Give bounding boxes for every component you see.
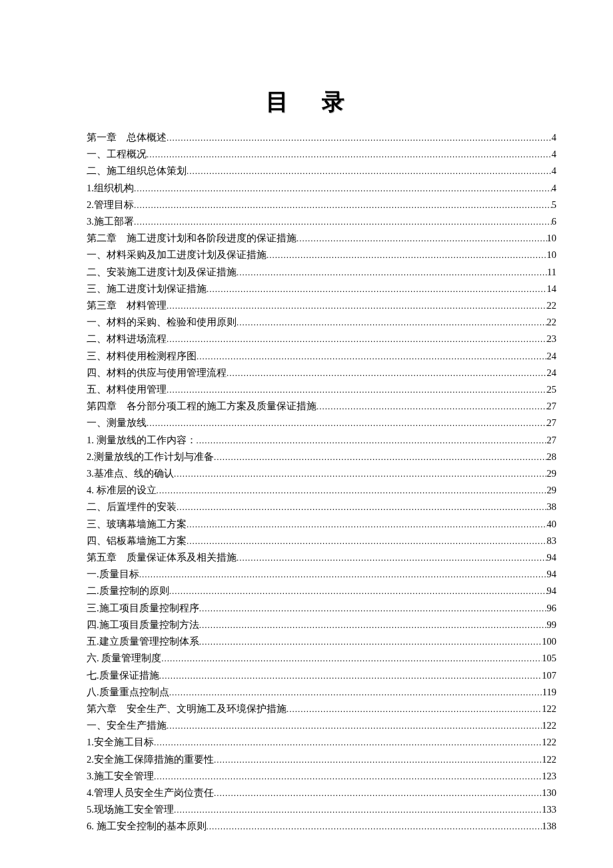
toc-entry-page: 10 bbox=[547, 247, 557, 263]
toc-entry-label: 2.安全施工保障措施的重要性 bbox=[87, 751, 214, 767]
toc-leader-dots: ........................................… bbox=[169, 685, 542, 701]
toc-leader-dots: ........................................… bbox=[157, 483, 547, 499]
toc-entry-page: 24 bbox=[547, 365, 557, 381]
toc-leader-dots: ........................................… bbox=[169, 583, 547, 599]
toc-leader-dots: ........................................… bbox=[197, 433, 547, 449]
toc-entry-label: 六. 质量管理制度 bbox=[87, 650, 161, 666]
toc-entry-label: 1.安全施工目标 bbox=[87, 734, 154, 750]
toc-entry-label: 5.现场施工安全管理 bbox=[87, 801, 174, 817]
toc-entry: 二、后置埋件的安装...............................… bbox=[87, 499, 556, 515]
toc-entry: 3.施工部署..................................… bbox=[87, 213, 556, 230]
toc-entry-label: 2.测量放线的工作计划与准备 bbox=[87, 449, 214, 465]
toc-entry-label: 1. 测量放线的工作内容： bbox=[87, 432, 197, 448]
toc-entry-label: 3.施工部署 bbox=[87, 213, 134, 229]
toc-leader-dots: ........................................… bbox=[177, 499, 547, 515]
toc-leader-dots: ........................................… bbox=[167, 718, 542, 734]
toc-leader-dots: ........................................… bbox=[167, 130, 552, 146]
toc-entry-page: 105 bbox=[542, 650, 556, 666]
toc-entry: 一、测量放线..................................… bbox=[87, 415, 556, 431]
toc-leader-dots: ........................................… bbox=[174, 466, 547, 482]
toc-entry: 2.测量放线的工作计划与准备..........................… bbox=[87, 449, 556, 465]
toc-entry: 1. 测量放线的工作内容：...........................… bbox=[87, 432, 556, 449]
toc-entry-page: 11 bbox=[547, 264, 556, 280]
toc-leader-dots: ........................................… bbox=[139, 567, 547, 583]
toc-leader-dots: ........................................… bbox=[267, 247, 547, 263]
toc-leader-dots: ........................................… bbox=[199, 601, 547, 617]
toc-leader-dots: ........................................… bbox=[237, 265, 547, 281]
toc-entry-label: 第四章 各分部分项工程的施工方案及质量保证措施 bbox=[87, 398, 316, 414]
document-title: 目录 bbox=[87, 87, 556, 117]
toc-entry-page: 94 bbox=[547, 583, 557, 599]
toc-entry: 五.建立质量管理控制体系............................… bbox=[87, 633, 556, 650]
toc-entry: 六. 质量管理制度...............................… bbox=[87, 650, 556, 667]
toc-entry-page: 24 bbox=[547, 348, 557, 364]
toc-entry-page: 119 bbox=[542, 684, 556, 700]
toc-leader-dots: ........................................… bbox=[187, 163, 552, 179]
toc-entry: 第三章 材料管理................................… bbox=[87, 297, 556, 314]
toc-entry: 一.质量目标..................................… bbox=[87, 566, 556, 583]
toc-entry-page: 38 bbox=[547, 499, 557, 515]
toc-leader-dots: ........................................… bbox=[214, 752, 542, 768]
toc-entry-label: 二、后置埋件的安装 bbox=[87, 499, 177, 515]
toc-entry: 四.施工项目质量控制方法............................… bbox=[87, 617, 556, 633]
toc-entry-label: 2.管理目标 bbox=[87, 197, 134, 213]
toc-entry-page: 4 bbox=[552, 129, 556, 145]
toc-entry: 三、施工进度计划保证措施............................… bbox=[87, 281, 556, 297]
toc-leader-dots: ........................................… bbox=[167, 382, 547, 398]
toc-leader-dots: ........................................… bbox=[199, 634, 542, 650]
toc-entry-page: 28 bbox=[547, 449, 557, 465]
toc-entry-page: 133 bbox=[542, 801, 556, 817]
toc-leader-dots: ........................................… bbox=[227, 365, 547, 381]
toc-entry: 1.组织机构..................................… bbox=[87, 180, 556, 197]
toc-entry-page: 122 bbox=[542, 734, 556, 750]
toc-entry: 二、安装施工进度计划及保证措施.........................… bbox=[87, 264, 556, 281]
toc-entry: 5.现场施工安全管理..............................… bbox=[87, 801, 556, 818]
toc-entry-page: 5 bbox=[552, 197, 556, 213]
toc-entry-label: 四、材料的供应与使用管理流程 bbox=[87, 365, 227, 381]
toc-entry: 3.基准点、线的确认..............................… bbox=[87, 465, 556, 482]
table-of-contents: 第一章 总体概述................................… bbox=[87, 129, 556, 835]
toc-entry: 第二章 施工进度计划和各阶段进度的保证措施...................… bbox=[87, 230, 556, 247]
toc-entry-label: 一、材料采购及加工进度计划及保证措施 bbox=[87, 247, 267, 263]
toc-entry: 七.质量保证措施................................… bbox=[87, 667, 556, 684]
toc-entry: 1.安全施工目标................................… bbox=[87, 734, 556, 751]
toc-leader-dots: ........................................… bbox=[214, 449, 547, 465]
toc-leader-dots: ........................................… bbox=[297, 231, 547, 247]
toc-leader-dots: ........................................… bbox=[147, 415, 547, 431]
toc-entry-label: 四.施工项目质量控制方法 bbox=[87, 617, 199, 633]
toc-entry: 二、材料进场流程................................… bbox=[87, 331, 556, 347]
toc-leader-dots: ........................................… bbox=[207, 281, 547, 297]
toc-entry-label: 八.质量重点控制点 bbox=[87, 684, 169, 700]
toc-entry-page: 14 bbox=[547, 281, 557, 297]
toc-entry-page: 27 bbox=[547, 432, 557, 448]
toc-leader-dots: ........................................… bbox=[154, 769, 542, 785]
toc-entry-page: 10 bbox=[547, 230, 557, 246]
toc-entry: 4. 标准层的设立...............................… bbox=[87, 482, 556, 499]
toc-entry-label: 四、铝板幕墙施工方案 bbox=[87, 533, 187, 549]
toc-entry: 第五章 质量保证体系及相关措施.........................… bbox=[87, 549, 556, 566]
toc-leader-dots: ........................................… bbox=[147, 147, 552, 163]
toc-entry-label: 3.施工安全管理 bbox=[87, 768, 154, 784]
toc-entry-label: 4.管理人员安全生产岗位责任 bbox=[87, 785, 214, 801]
toc-entry-page: 27 bbox=[547, 398, 557, 414]
toc-entry-page: 83 bbox=[547, 533, 557, 549]
toc-entry-label: 3.基准点、线的确认 bbox=[87, 465, 174, 481]
toc-entry-page: 22 bbox=[547, 297, 557, 313]
toc-leader-dots: ........................................… bbox=[199, 617, 547, 633]
toc-entry-label: 二、安装施工进度计划及保证措施 bbox=[87, 264, 237, 280]
toc-entry-page: 123 bbox=[542, 768, 556, 784]
toc-leader-dots: ........................................… bbox=[167, 298, 547, 314]
toc-leader-dots: ........................................… bbox=[161, 651, 542, 667]
toc-entry-page: 122 bbox=[542, 717, 556, 733]
toc-leader-dots: ........................................… bbox=[214, 785, 542, 801]
toc-entry: 第六章 安全生产、文明施工及环境保护措施....................… bbox=[87, 701, 556, 717]
toc-entry-page: 4 bbox=[552, 180, 556, 196]
toc-entry: 6. 施工安全控制的基本原则..........................… bbox=[87, 818, 556, 835]
toc-entry-label: 第三章 材料管理 bbox=[87, 297, 167, 313]
toc-entry-page: 130 bbox=[542, 785, 556, 801]
toc-entry-page: 6 bbox=[552, 213, 556, 229]
toc-entry-label: 一、材料的采购、检验和使用原则 bbox=[87, 314, 237, 330]
toc-leader-dots: ........................................… bbox=[287, 701, 542, 717]
toc-entry-label: 七.质量保证措施 bbox=[87, 667, 159, 683]
toc-entry-page: 23 bbox=[547, 331, 557, 347]
